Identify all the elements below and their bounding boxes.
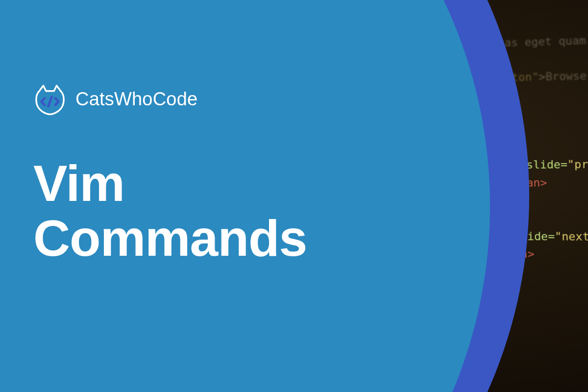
title-line-1: Vim xyxy=(33,155,124,212)
cat-code-logo-icon xyxy=(33,82,67,116)
page-title: Vim Commands xyxy=(33,156,307,266)
brand-row: CatsWhoCode xyxy=(33,82,197,116)
hero-banner: <div class="container"> image/gif;base64… xyxy=(0,0,588,392)
title-line-2: Commands xyxy=(33,210,307,267)
brand-name: CatsWhoCode xyxy=(75,89,197,110)
